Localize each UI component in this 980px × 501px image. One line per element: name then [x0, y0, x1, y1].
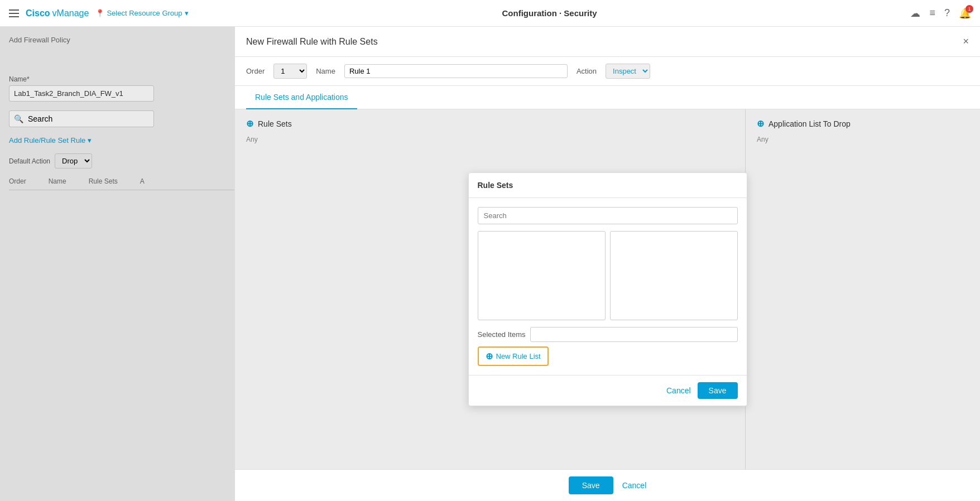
chevron-down-icon: ▾ [185, 9, 189, 17]
navbar-left: Cisco vManage 📍 Select Resource Group ▾ [9, 8, 189, 18]
navbar: Cisco vManage 📍 Select Resource Group ▾ … [0, 0, 980, 27]
logo-vmanage: vManage [52, 8, 89, 18]
page-title-prefix: Configuration · [502, 8, 564, 18]
notification-badge: 1 [965, 5, 973, 13]
resource-group-label: Select Resource Group [107, 9, 182, 17]
logo: Cisco vManage [26, 8, 89, 18]
help-icon[interactable]: ? [944, 7, 950, 19]
page-title-bold: Security [564, 8, 597, 18]
page-title: Configuration · Security [502, 8, 597, 18]
lines-menu-icon[interactable]: ≡ [929, 7, 935, 19]
cloud-icon[interactable]: ☁ [910, 7, 920, 20]
navbar-right: ☁ ≡ ? 🔔 1 [910, 7, 971, 20]
notifications-icon[interactable]: 🔔 1 [959, 7, 971, 20]
hamburger-menu[interactable] [9, 9, 19, 17]
resource-group-selector[interactable]: 📍 Select Resource Group ▾ [95, 9, 188, 17]
location-icon: 📍 [95, 9, 104, 17]
logo-cisco: Cisco [26, 8, 50, 18]
